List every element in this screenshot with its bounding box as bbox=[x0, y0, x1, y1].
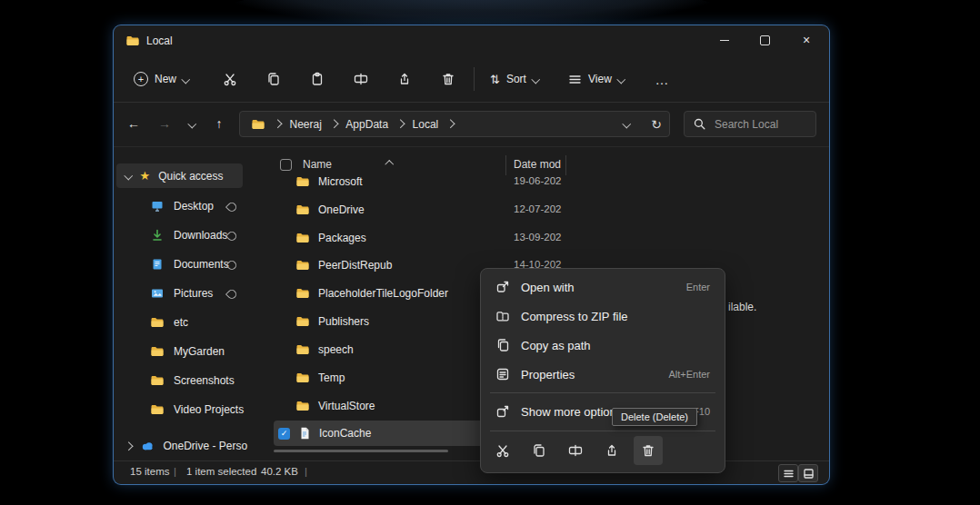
rename-button[interactable] bbox=[345, 65, 376, 93]
file-row[interactable]: Temp bbox=[274, 365, 505, 390]
share-button[interactable] bbox=[389, 65, 420, 93]
sidebar-item-mygarden[interactable]: MyGarden bbox=[116, 340, 273, 363]
file-row[interactable]: OneDrive bbox=[274, 197, 505, 222]
thumbnail-view-button[interactable] bbox=[798, 464, 818, 482]
folder-icon bbox=[295, 174, 310, 189]
breadcrumb-item[interactable]: Neeraj bbox=[290, 118, 322, 131]
file-icon bbox=[297, 426, 312, 441]
file-name: IconCache bbox=[319, 427, 371, 440]
details-view-button[interactable] bbox=[778, 464, 798, 482]
column-divider[interactable] bbox=[565, 155, 566, 175]
sidebar-item-quick-access[interactable]: ★ Quick access bbox=[116, 163, 243, 188]
address-bar[interactable]: Neeraj AppData Local ↻ bbox=[239, 111, 670, 137]
details-view-icon bbox=[784, 469, 794, 479]
sidebar-item-label: Screenshots bbox=[174, 374, 235, 387]
sidebar-item-documents[interactable]: Documents bbox=[116, 252, 273, 276]
new-button[interactable]: + New bbox=[126, 65, 195, 93]
search-icon bbox=[694, 118, 705, 130]
sidebar-item-screenshots[interactable]: Screenshots bbox=[116, 369, 273, 392]
up-button[interactable]: ↑ bbox=[206, 111, 232, 136]
up-icon: ↑ bbox=[216, 116, 223, 131]
cut-icon bbox=[495, 443, 510, 458]
address-dropdown-icon[interactable] bbox=[622, 120, 630, 128]
menu-item-open-with[interactable]: Open with Enter bbox=[486, 273, 719, 301]
file-name: Microsoft bbox=[318, 175, 363, 188]
menu-item-compress-zip[interactable]: Compress to ZIP file bbox=[486, 302, 719, 330]
folder-icon bbox=[295, 258, 310, 272]
menu-item-copy-as-path[interactable]: Copy as path bbox=[486, 332, 719, 359]
forward-button[interactable]: → bbox=[152, 111, 177, 136]
recent-locations-button[interactable] bbox=[181, 111, 203, 136]
sidebar-item-label: Documents bbox=[174, 258, 229, 271]
menu-item-label: Compress to ZIP file bbox=[521, 310, 628, 323]
view-icon bbox=[568, 73, 582, 86]
file-date: 13-09-202 bbox=[514, 232, 561, 243]
sort-button-label: Sort bbox=[506, 73, 526, 85]
back-icon: ← bbox=[127, 116, 140, 131]
maximize-button[interactable] bbox=[749, 29, 780, 51]
file-name: Temp bbox=[318, 371, 345, 384]
folder-icon bbox=[295, 371, 310, 385]
context-menu: Open with Enter Compress to ZIP file Cop… bbox=[480, 268, 725, 473]
file-date: 12-07-202 bbox=[514, 203, 561, 214]
paste-button[interactable] bbox=[302, 65, 333, 93]
file-name: Publishers bbox=[318, 315, 369, 328]
rename-icon bbox=[354, 72, 368, 86]
open-with-icon bbox=[495, 280, 510, 294]
file-row[interactable]: Microsoft bbox=[274, 169, 505, 193]
quick-cut-button[interactable] bbox=[488, 436, 517, 465]
chevron-right-icon bbox=[274, 120, 282, 128]
view-button[interactable]: View bbox=[563, 65, 637, 93]
minimize-button[interactable] bbox=[709, 29, 740, 51]
see-more-button[interactable]: … bbox=[646, 65, 677, 93]
sidebar-item-onedrive[interactable]: OneDrive - Perso bbox=[116, 434, 273, 458]
status-separator: | bbox=[174, 466, 176, 477]
search-box[interactable] bbox=[684, 111, 816, 137]
divider bbox=[114, 146, 829, 147]
delete-button[interactable] bbox=[433, 65, 464, 93]
file-row[interactable]: VirtualStore bbox=[274, 393, 505, 418]
file-row-selected[interactable]: ✓ IconCache bbox=[274, 421, 505, 446]
refresh-icon[interactable]: ↻ bbox=[651, 117, 662, 132]
horizontal-scrollbar[interactable] bbox=[274, 450, 448, 452]
close-button[interactable]: × bbox=[791, 29, 822, 51]
breadcrumb-item[interactable]: Local bbox=[413, 118, 439, 131]
checkbox-checked[interactable]: ✓ bbox=[278, 428, 290, 440]
sort-button[interactable]: ⇅ Sort bbox=[485, 65, 552, 93]
quick-delete-button[interactable] bbox=[634, 436, 663, 465]
cut-button[interactable] bbox=[215, 65, 245, 93]
share-icon bbox=[605, 443, 619, 458]
file-name: PeerDistRepub bbox=[318, 259, 392, 272]
folder-icon bbox=[251, 117, 265, 132]
sidebar-item-video-projects[interactable]: Video Projects bbox=[116, 398, 273, 421]
back-button[interactable]: ← bbox=[121, 111, 146, 136]
sidebar-item-pictures[interactable]: Pictures bbox=[116, 282, 273, 305]
breadcrumb-item[interactable]: AppData bbox=[345, 118, 388, 131]
file-row[interactable]: Packages bbox=[274, 225, 505, 250]
quick-rename-button[interactable] bbox=[561, 436, 590, 465]
quick-share-button[interactable] bbox=[597, 436, 626, 465]
file-name: PlaceholderTileLogoFolder bbox=[318, 287, 448, 300]
file-row[interactable]: speech bbox=[274, 337, 505, 361]
search-input[interactable] bbox=[713, 117, 807, 132]
desktop-icon bbox=[150, 199, 165, 213]
downloads-icon bbox=[150, 228, 165, 243]
file-row[interactable]: PeerDistRepub bbox=[274, 252, 505, 277]
column-divider[interactable] bbox=[505, 155, 506, 175]
quick-copy-button[interactable] bbox=[525, 436, 554, 465]
sidebar-item-desktop[interactable]: Desktop bbox=[116, 194, 273, 218]
menu-item-shortcut: Alt+Enter bbox=[668, 369, 710, 380]
tooltip: Delete (Delete) bbox=[612, 408, 697, 426]
view-button-label: View bbox=[588, 73, 612, 85]
sidebar-item-downloads[interactable]: Downloads bbox=[116, 223, 273, 247]
file-row[interactable]: Publishers bbox=[274, 309, 505, 333]
share-icon bbox=[397, 72, 412, 86]
sidebar-item-label: Pictures bbox=[174, 287, 213, 300]
file-row[interactable]: PlaceholderTileLogoFolder bbox=[274, 281, 505, 305]
folder-icon bbox=[295, 342, 310, 357]
column-header-date-modified[interactable]: Date mod bbox=[514, 158, 561, 171]
copy-button[interactable] bbox=[258, 65, 289, 93]
folder-icon bbox=[150, 373, 165, 388]
sidebar-item-etc[interactable]: etc bbox=[116, 311, 273, 334]
menu-item-properties[interactable]: Properties Alt+Enter bbox=[486, 361, 719, 388]
